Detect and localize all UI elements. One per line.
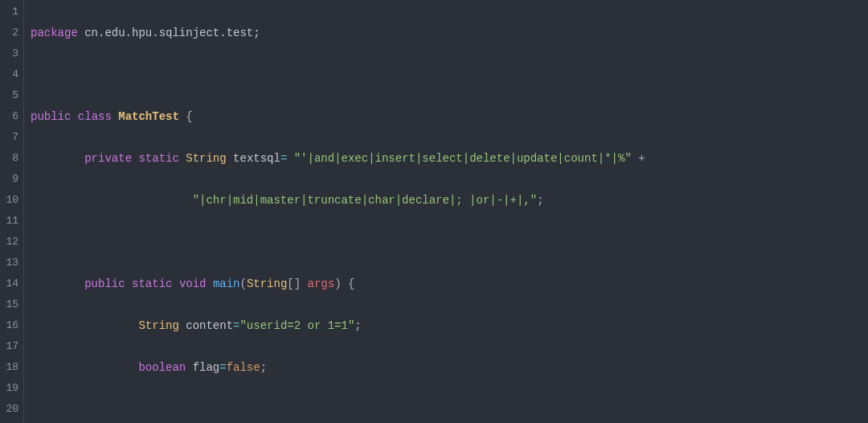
line-number: 1	[0, 2, 23, 23]
code-line	[31, 64, 868, 85]
type: String	[186, 152, 226, 165]
boolean: false	[227, 361, 260, 374]
code-line: "|chr|mid|master|truncate|char|declare|;…	[31, 190, 868, 211]
line-number: 13	[0, 253, 23, 273]
identifier: flag	[186, 361, 219, 374]
code-line: boolean flag=false;	[31, 357, 868, 378]
type: String	[247, 277, 287, 290]
indent	[31, 361, 138, 374]
indent	[31, 194, 193, 207]
class-name: MatchTest	[118, 110, 179, 123]
string: "'|and|exec|insert|select|delete|update|…	[294, 152, 632, 165]
line-number: 10	[0, 190, 23, 211]
string: "userid=2 or 1=1"	[240, 319, 354, 332]
line-number: 15	[0, 294, 23, 315]
brace: {	[179, 110, 193, 123]
line-number: 12	[0, 232, 23, 253]
paren: (	[240, 277, 247, 290]
code-line: private static String textsql= "'|and|ex…	[31, 148, 868, 169]
line-number: 5	[0, 85, 23, 106]
code-area[interactable]: package cn.edu.hpu.sqlinject.test; publi…	[24, 0, 868, 423]
identifier: content	[179, 319, 233, 332]
operator: =	[219, 361, 226, 374]
string: "|chr|mid|master|truncate|char|declare|;…	[193, 194, 537, 207]
keyword: static	[132, 277, 172, 290]
code-line: String content="userid=2 or 1=1";	[31, 315, 868, 336]
line-number: 11	[0, 211, 23, 232]
package-name: cn.edu.hpu.sqlinject.test;	[78, 27, 260, 39]
code-editor: 1 2 3 4 5 6 7 8 9 10 11 12 13 14 15 16 1…	[0, 0, 868, 423]
keyword: void	[179, 277, 207, 290]
brackets: []	[287, 277, 307, 290]
line-number: 17	[0, 336, 23, 357]
line-number: 7	[0, 127, 23, 148]
line-number: 20	[0, 399, 23, 420]
operator: +	[632, 152, 645, 165]
type: String	[138, 319, 178, 332]
identifier: textsql	[227, 152, 280, 165]
indent	[31, 277, 84, 290]
line-number: 14	[0, 273, 23, 294]
code-line	[31, 399, 868, 420]
indent	[31, 319, 138, 332]
keyword: private	[84, 152, 132, 165]
line-number-gutter: 1 2 3 4 5 6 7 8 9 10 11 12 13 14 15 16 1…	[0, 0, 24, 423]
operator: =	[280, 152, 287, 165]
keyword: static	[138, 152, 178, 165]
keyword: public	[31, 110, 71, 123]
function: main	[213, 277, 240, 290]
paren: )	[334, 277, 341, 290]
indent	[31, 152, 84, 165]
line-number: 19	[0, 378, 23, 399]
line-number: 2	[0, 23, 23, 43]
line-number: 8	[0, 148, 23, 169]
line-number: 3	[0, 43, 23, 64]
identifier: args	[308, 277, 335, 290]
brace: {	[342, 277, 355, 290]
keyword: public	[84, 277, 125, 290]
line-number: 18	[0, 357, 23, 378]
code-line: public static void main(String[] args) {	[31, 273, 868, 294]
code-line: public class MatchTest {	[31, 106, 868, 127]
code-line: package cn.edu.hpu.sqlinject.test;	[31, 23, 868, 43]
line-number: 16	[0, 315, 23, 336]
line-number: 9	[0, 169, 23, 190]
semicolon: ;	[260, 361, 267, 374]
keyword: boolean	[138, 361, 186, 374]
keyword: package	[31, 27, 78, 39]
keyword: class	[78, 110, 112, 123]
code-line	[31, 232, 868, 253]
semicolon: ;	[537, 194, 543, 207]
semicolon: ;	[354, 319, 361, 332]
line-number: 4	[0, 64, 23, 85]
line-number: 6	[0, 106, 23, 127]
